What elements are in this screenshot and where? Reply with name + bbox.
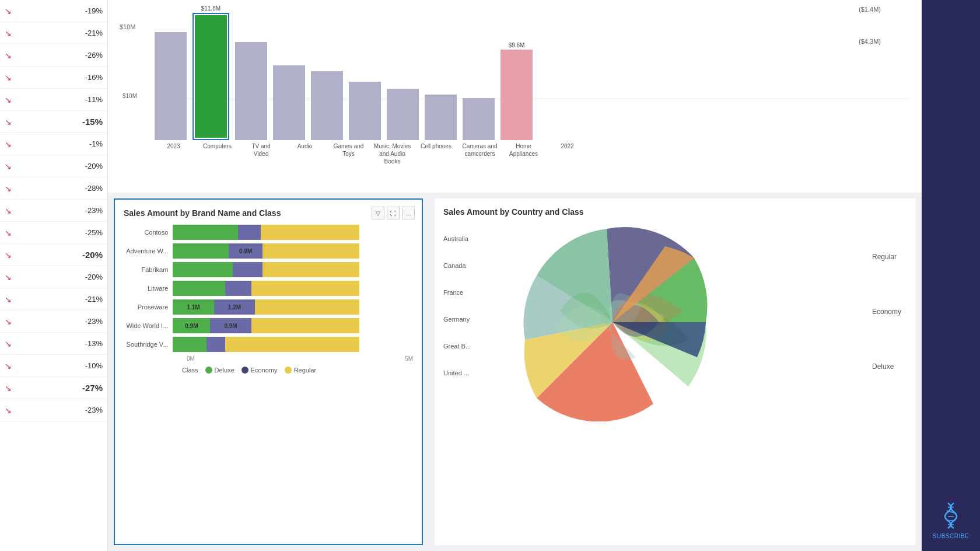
- bar-rect-2022[interactable]: [501, 50, 533, 140]
- sidebar-row-14: ↘-23%: [0, 311, 107, 333]
- sidebar-row-8: ↘-28%: [0, 177, 107, 200]
- bar-col-games_toys[interactable]: [311, 62, 343, 140]
- sidebar-row-10: ↘-25%: [0, 222, 107, 244]
- country-great-britain: Great B...: [443, 343, 471, 350]
- h-bar-name: Wide World I...: [124, 322, 173, 329]
- bar-value-label: $9.6M: [509, 42, 525, 48]
- brand-chart-title: Sales Amount by Brand Name and Class: [124, 208, 413, 218]
- economy-segment: 1.2M: [214, 299, 255, 315]
- class-regular: Regular: [872, 253, 901, 261]
- bar-col-tv_video[interactable]: [235, 33, 267, 140]
- deluxe-segment: [173, 262, 232, 277]
- bar-rect-computers[interactable]: [195, 15, 227, 138]
- filter-icon-btn[interactable]: ▽: [372, 207, 384, 219]
- cat-label-tv_video: TV and Video: [242, 142, 280, 165]
- bottom-charts: Sales Amount by Brand Name and Class ▽ ⛶…: [108, 193, 922, 551]
- down-arrow-icon: ↘: [5, 339, 12, 348]
- cat-label-2022: 2022: [548, 142, 586, 165]
- bar-rect-games_toys[interactable]: [311, 71, 343, 140]
- bar-col-home_appliances[interactable]: [463, 89, 495, 140]
- percentage-value: -25%: [15, 228, 103, 237]
- subscribe-label: SUBSCRIBE: [933, 533, 969, 539]
- down-arrow-icon: ↘: [5, 95, 12, 104]
- subscribe-button[interactable]: SUBSCRIBE: [933, 500, 969, 539]
- regular-segment: [251, 318, 360, 333]
- bar-rect-tv_video[interactable]: [235, 42, 267, 140]
- sidebar-row-9: ↘-23%: [0, 200, 107, 222]
- country-chart: Sales Amount by Country and Class Austra…: [435, 198, 916, 545]
- h-bar-row-6: Southridge V...: [124, 337, 413, 352]
- bar-col-computers[interactable]: $11.8M: [192, 5, 229, 140]
- sidebar-row-17: ↘-27%: [0, 377, 107, 399]
- h-bar-name: Adventure W...: [124, 247, 173, 254]
- percentage-value: -20%: [15, 273, 103, 281]
- chord-wrapper: Australia Canada France Germany Great B.…: [443, 224, 907, 422]
- h-bar-row-4: Proseware1.1M1.2M: [124, 299, 413, 315]
- axis-end: 5M: [405, 355, 413, 362]
- cat-label-home_appliances: Home Appliances: [505, 142, 542, 165]
- bar-rect-2023[interactable]: [155, 32, 187, 140]
- legend-area: Class Deluxe Economy Regular: [182, 367, 413, 374]
- sidebar-row-6: ↘-1%: [0, 133, 107, 155]
- deluxe-segment: 0.9M: [173, 318, 210, 333]
- sidebar-row-16: ↘-10%: [0, 355, 107, 377]
- down-arrow-icon: ↘: [5, 117, 12, 127]
- bar-col-2023[interactable]: [155, 23, 187, 140]
- cat-label-cell_phones: Cell phones: [417, 142, 455, 165]
- country-germany: Germany: [443, 316, 471, 323]
- legend-regular: Regular: [285, 367, 317, 374]
- sidebar-row-18: ↘-23%: [0, 399, 107, 421]
- percentage-value: -13%: [15, 339, 103, 348]
- percentage-value: -23%: [15, 317, 103, 326]
- expand-icon-btn[interactable]: ⛶: [387, 207, 400, 219]
- country-france: France: [443, 289, 471, 296]
- regular-segment: [255, 299, 359, 315]
- bar-col-2022[interactable]: $9.6M: [501, 42, 533, 140]
- bar-rect-music_movies[interactable]: [349, 82, 381, 140]
- sidebar-row-13: ↘-21%: [0, 288, 107, 311]
- h-bar-name: Contoso: [124, 229, 173, 236]
- more-icon-btn[interactable]: …: [402, 207, 415, 219]
- bar-rect-audio[interactable]: [273, 65, 305, 140]
- h-bars-container: ContosoAdventure W...0.9MFabrikamLitware…: [124, 225, 413, 352]
- percentage-value: -1%: [15, 140, 103, 148]
- chord-svg: [490, 223, 735, 421]
- bar-rect-cell_phones[interactable]: [387, 89, 419, 140]
- bar-col-music_movies[interactable]: [349, 72, 381, 140]
- bar-rect-home_appliances[interactable]: [463, 98, 495, 140]
- percentage-value: -28%: [15, 184, 103, 193]
- percentage-value: -26%: [15, 51, 103, 60]
- bar-col-cell_phones[interactable]: [387, 79, 419, 140]
- h-axis-labels: 0M 5M: [187, 355, 413, 362]
- country-united: United ...: [443, 369, 471, 376]
- h-bar-name: Southridge V...: [124, 341, 173, 348]
- down-arrow-icon: ↘: [5, 228, 12, 238]
- bar-col-audio[interactable]: [273, 56, 305, 140]
- h-bar-row-3: Litware: [124, 281, 413, 296]
- annotation-43m: ($4.3M): [859, 38, 881, 45]
- percentage-value: -21%: [15, 295, 103, 304]
- deluxe-label: Deluxe: [215, 367, 235, 374]
- bar-value-label: $11.8M: [201, 5, 220, 12]
- percentage-value: -20%: [15, 250, 103, 260]
- h-bar-row-1: Adventure W...0.9M: [124, 243, 413, 259]
- h-bar-name: Fabrikam: [124, 266, 173, 273]
- percentage-value: -11%: [15, 95, 103, 104]
- bar-rect-cameras[interactable]: [425, 95, 457, 140]
- sidebar-row-12: ↘-20%: [0, 266, 107, 288]
- economy-segment: [233, 262, 262, 277]
- h-bar-row-0: Contoso: [124, 225, 413, 240]
- down-arrow-icon: ↘: [5, 29, 12, 38]
- down-arrow-icon: ↘: [5, 140, 12, 149]
- cat-label-audio: Audio: [286, 142, 324, 165]
- regular-segment: [251, 281, 360, 296]
- country-labels: Australia Canada France Germany Great B.…: [443, 235, 471, 376]
- deluxe-segment: [173, 225, 238, 240]
- h-bar-name: Litware: [124, 285, 173, 292]
- sidebar-row-11: ↘-20%: [0, 244, 107, 266]
- sidebar-row-3: ↘-16%: [0, 67, 107, 89]
- h-bar-row-5: Wide World I...0.9M0.9M: [124, 318, 413, 333]
- bar-col-cameras[interactable]: [425, 85, 457, 140]
- h-bar-track: 0.9M0.9M: [173, 318, 413, 333]
- h-bar-track: [173, 281, 413, 296]
